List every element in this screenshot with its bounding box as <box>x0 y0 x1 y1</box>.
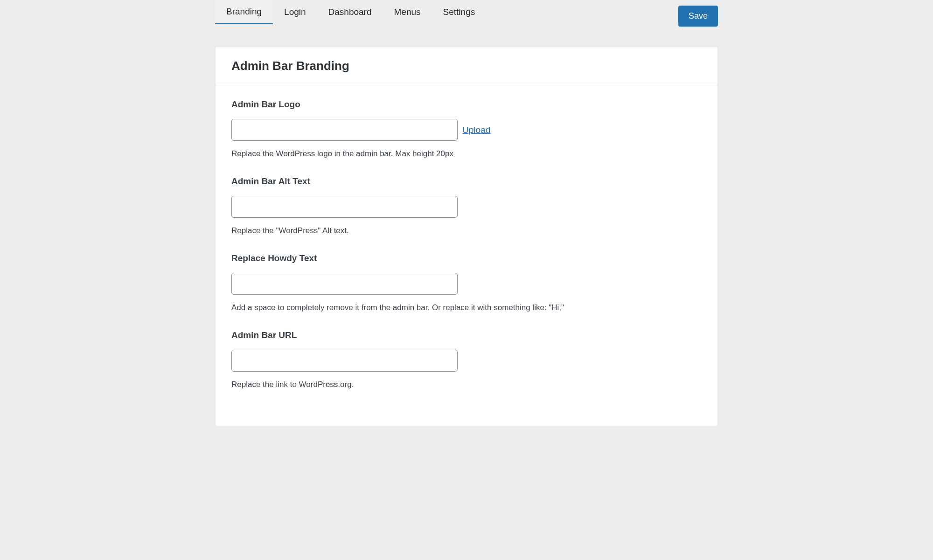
upload-link[interactable]: Upload <box>462 125 490 135</box>
tab-menus[interactable]: Menus <box>383 0 432 24</box>
tab-login[interactable]: Login <box>273 0 317 24</box>
field-label: Admin Bar URL <box>231 330 702 340</box>
tab-dashboard[interactable]: Dashboard <box>317 0 383 24</box>
field-description: Replace the link to WordPress.org. <box>231 380 702 389</box>
settings-panel: Admin Bar Branding Admin Bar Logo Upload… <box>215 47 718 426</box>
tab-settings[interactable]: Settings <box>432 0 487 24</box>
field-label: Replace Howdy Text <box>231 253 702 263</box>
field-label: Admin Bar Logo <box>231 99 702 110</box>
field-description: Replace the "WordPress" Alt text. <box>231 226 702 235</box>
tab-branding[interactable]: Branding <box>215 0 273 24</box>
field-description: Replace the WordPress logo in the admin … <box>231 149 702 159</box>
admin-bar-url-input[interactable] <box>231 350 458 372</box>
field-label: Admin Bar Alt Text <box>231 176 702 187</box>
panel-title: Admin Bar Branding <box>231 59 702 73</box>
tabs-nav: Branding Login Dashboard Menus Settings <box>215 0 486 24</box>
admin-bar-alt-text-input[interactable] <box>231 196 458 218</box>
field-replace-howdy-text: Replace Howdy Text Add a space to comple… <box>231 253 702 312</box>
field-admin-bar-logo: Admin Bar Logo Upload Replace the WordPr… <box>231 99 702 159</box>
panel-body: Admin Bar Logo Upload Replace the WordPr… <box>216 85 717 426</box>
field-description: Add a space to completely remove it from… <box>231 303 702 312</box>
replace-howdy-text-input[interactable] <box>231 273 458 295</box>
panel-header: Admin Bar Branding <box>216 47 717 85</box>
field-admin-bar-alt-text: Admin Bar Alt Text Replace the "WordPres… <box>231 176 702 235</box>
admin-bar-logo-input[interactable] <box>231 119 458 141</box>
save-button[interactable]: Save <box>678 6 718 27</box>
field-admin-bar-url: Admin Bar URL Replace the link to WordPr… <box>231 330 702 389</box>
